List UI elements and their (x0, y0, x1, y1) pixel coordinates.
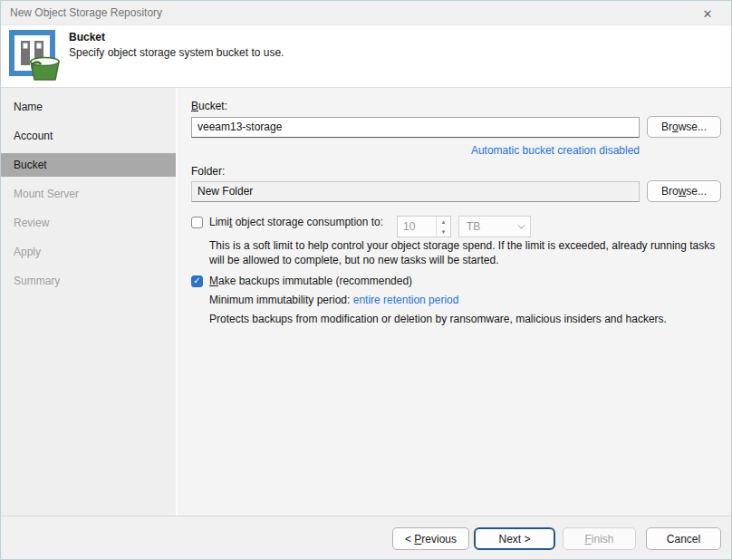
immutability-period-link[interactable]: entire retention period (353, 294, 459, 306)
immutable-checkbox[interactable]: ✓ (191, 275, 203, 287)
close-icon[interactable]: ✕ (698, 5, 717, 23)
bucket-creation-note-text[interactable]: Automatic bucket creation disabled (471, 144, 640, 157)
limit-consumption-row: Limit object storage consumption to: (191, 216, 383, 228)
limit-help-text: This is a soft limit to help control you… (209, 238, 721, 267)
object-storage-bucket-icon (8, 29, 63, 84)
next-button[interactable]: Next > (474, 527, 555, 550)
new-object-storage-repository-dialog: New Object Storage Repository ✕ Bucket S… (0, 0, 732, 560)
titlebar: New Object Storage Repository ✕ (1, 1, 731, 25)
bucket-step-content: Bucket: veeam13-storage Browse... Automa… (178, 88, 730, 516)
immutability-period-line: Minimum immutability period: entire rete… (209, 293, 721, 307)
sidebar-item-bucket[interactable]: Bucket (1, 153, 176, 177)
spinner-up-icon[interactable]: ▲ (437, 217, 450, 227)
cancel-button[interactable]: Cancel (646, 527, 721, 550)
bucket-browse-button[interactable]: Browse... (647, 116, 721, 138)
sidebar-item-review: Review (1, 211, 176, 235)
sidebar-item-mount-server: Mount Server (1, 182, 176, 206)
window-title: New Object Storage Repository (10, 6, 162, 19)
immutability-period-label: Minimum immutability period: (209, 294, 350, 306)
spinner-down-icon[interactable]: ▼ (437, 227, 450, 237)
bucket-creation-note: Automatic bucket creation disabled (191, 144, 640, 157)
folder-input[interactable]: New Folder (191, 181, 640, 202)
limit-amount-value[interactable]: 10 (398, 217, 436, 237)
finish-button[interactable]: Finish (563, 527, 636, 550)
wizard-header: Bucket Specify object storage system buc… (1, 25, 731, 88)
limit-consumption-checkbox[interactable] (191, 217, 203, 228)
limit-consumption-label[interactable]: Limit object storage consumption to: (209, 216, 383, 228)
step-subtitle: Specify object storage system bucket to … (69, 46, 284, 59)
bucket-input[interactable]: veeam13-storage (191, 117, 640, 138)
wizard-footer: < Previous Next > Finish Cancel (1, 516, 731, 559)
wizard-steps-sidebar: Name Account Bucket Mount Server Review … (1, 88, 176, 516)
sidebar-item-account[interactable]: Account (1, 124, 176, 148)
sidebar-item-name[interactable]: Name (1, 95, 176, 119)
immutable-label[interactable]: Make backups immutable (recommended) (209, 275, 412, 287)
step-title: Bucket (69, 31, 105, 43)
chevron-down-icon (517, 221, 525, 228)
limit-amount-spinner: 10 ▲ ▼ (397, 216, 451, 237)
previous-button[interactable]: < Previous (392, 527, 469, 550)
immutable-help-text: Protects backups from modification or de… (209, 312, 721, 326)
folder-label: Folder: (191, 165, 225, 178)
bucket-label: Bucket: (191, 100, 227, 112)
limit-spinner-arrows: ▲ ▼ (436, 217, 450, 237)
sidebar-item-apply: Apply (1, 240, 176, 264)
limit-unit-dropdown[interactable]: TB (458, 216, 531, 237)
limit-unit-value: TB (467, 220, 480, 233)
sidebar-item-summary: Summary (1, 269, 176, 293)
folder-browse-button[interactable]: Browse... (647, 180, 721, 202)
immutable-row: ✓ Make backups immutable (recommended) (191, 275, 412, 287)
